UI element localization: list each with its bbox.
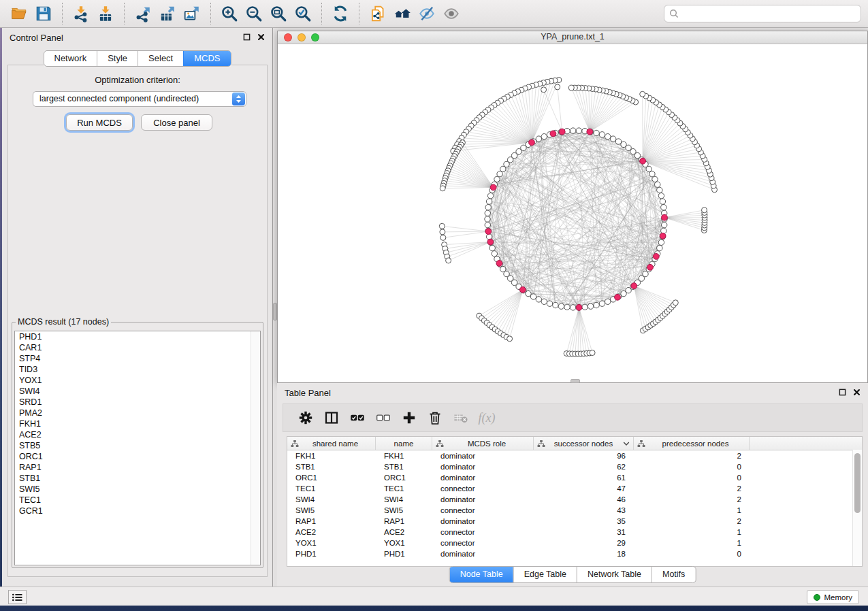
network-node[interactable] [599, 132, 605, 137]
network-node[interactable] [526, 291, 531, 296]
tab-network-table[interactable]: Network Table [577, 567, 652, 582]
close-light[interactable] [284, 33, 292, 42]
network-node[interactable] [576, 128, 581, 133]
save-icon[interactable] [31, 3, 56, 24]
float-icon[interactable] [242, 33, 251, 42]
network-node[interactable] [485, 216, 490, 222]
close-icon[interactable] [257, 33, 266, 42]
mcds-result-item[interactable]: SRD1 [15, 397, 260, 408]
network-node[interactable] [588, 303, 593, 309]
network-node[interactable] [660, 199, 665, 204]
mcds-node[interactable] [631, 283, 637, 289]
network-leaf-node[interactable] [439, 223, 445, 229]
show-all-icon[interactable] [439, 3, 464, 24]
network-node[interactable] [536, 297, 541, 302]
delete-icon[interactable] [422, 407, 448, 429]
mcds-result-item[interactable]: TEC1 [15, 495, 260, 506]
table-row[interactable]: FKH1FKH1dominator962 [287, 450, 862, 461]
mcds-result-item[interactable]: STP4 [15, 353, 260, 364]
network-leaf-node[interactable] [640, 91, 645, 97]
select-all-icon[interactable] [344, 407, 370, 429]
network-node[interactable] [489, 245, 495, 250]
table-row[interactable]: RAP1RAP1dominator352 [287, 516, 862, 527]
zoom-out-icon[interactable] [242, 3, 266, 24]
network-leaf-node[interactable] [673, 300, 678, 306]
network-node[interactable] [564, 304, 570, 310]
network-canvas[interactable] [278, 44, 868, 383]
network-node[interactable] [541, 299, 547, 304]
mcds-node[interactable] [662, 214, 668, 220]
deselect-all-icon[interactable] [370, 407, 396, 429]
network-node[interactable] [485, 205, 491, 210]
mcds-result-item[interactable]: ACE2 [15, 429, 260, 440]
tab-network[interactable]: Network [44, 51, 97, 66]
export-image-icon[interactable] [180, 3, 204, 24]
network-leaf-node[interactable] [568, 85, 574, 90]
network-node[interactable] [658, 193, 664, 199]
zoom-in-icon[interactable] [217, 3, 242, 24]
mcds-result-item[interactable]: TID3 [15, 364, 260, 375]
network-node[interactable] [570, 305, 576, 310]
network-node[interactable] [652, 176, 658, 182]
network-node[interactable] [599, 301, 605, 306]
tab-node-table[interactable]: Node Table [450, 567, 513, 582]
network-node[interactable] [485, 222, 490, 228]
network-node[interactable] [570, 128, 576, 133]
network-window-titlebar[interactable]: YPA_prune.txt_1 [278, 31, 867, 44]
gear-icon[interactable] [293, 407, 319, 429]
mcds-node[interactable] [490, 184, 496, 191]
network-node[interactable] [487, 193, 493, 199]
network-node[interactable] [594, 302, 599, 308]
tab-edge-table[interactable]: Edge Table [513, 567, 577, 582]
column-header-mcds-role[interactable]: MCDS role [432, 437, 534, 450]
mcds-node[interactable] [496, 261, 502, 267]
table-scrollbar[interactable] [852, 450, 862, 566]
table-row[interactable]: SWI5SWI5connector431 [287, 505, 862, 516]
export-network-icon[interactable] [131, 3, 155, 24]
optimization-criterion-select[interactable]: largest connected component (undirected) [33, 91, 246, 107]
mcds-node[interactable] [485, 229, 492, 235]
network-leaf-node[interactable] [541, 87, 547, 93]
mcds-result-item[interactable]: YOX1 [15, 375, 260, 386]
table-scrollbar-thumb[interactable] [854, 453, 861, 513]
network-node[interactable] [530, 294, 536, 299]
import-table-icon[interactable] [93, 3, 118, 24]
network-node[interactable] [658, 240, 664, 245]
network-leaf-node[interactable] [440, 229, 445, 235]
refresh-icon[interactable] [328, 3, 353, 24]
mcds-node[interactable] [519, 286, 526, 293]
network-leaf-node[interactable] [590, 350, 595, 356]
mcds-node[interactable] [559, 129, 565, 135]
network-node[interactable] [611, 136, 616, 142]
tab-motifs[interactable]: Motifs [652, 567, 695, 582]
table-row[interactable]: ACE2ACE2connector311 [287, 527, 862, 538]
mcds-result-item[interactable]: PHD1 [15, 331, 260, 342]
export-table-icon[interactable] [155, 3, 180, 24]
column-header-predecessor-nodes[interactable]: predecessor nodes [634, 437, 750, 450]
network-node[interactable] [661, 205, 666, 210]
network-node[interactable] [621, 142, 626, 147]
zoom-light[interactable] [311, 33, 319, 42]
minimize-light[interactable] [298, 33, 306, 42]
mcds-result-item[interactable]: SWI5 [15, 484, 260, 495]
hide-selected-icon[interactable] [415, 3, 439, 24]
column-header-successor-nodes[interactable]: successor nodes [534, 437, 634, 450]
network-node[interactable] [605, 134, 611, 139]
network-node[interactable] [492, 251, 497, 257]
memory-button[interactable]: Memory [807, 590, 859, 604]
import-network-icon[interactable] [69, 3, 93, 24]
network-node[interactable] [547, 301, 552, 306]
network-leaf-node[interactable] [440, 235, 446, 240]
close-panel-button[interactable]: Close panel [141, 114, 212, 131]
float-icon[interactable] [838, 388, 847, 397]
columns-icon[interactable] [319, 407, 344, 429]
network-node[interactable] [582, 304, 588, 310]
mcds-result-item[interactable]: FKH1 [15, 418, 260, 429]
network-node[interactable] [649, 171, 655, 177]
network-leaf-node[interactable] [507, 336, 513, 342]
mcds-node[interactable] [576, 305, 582, 311]
mcds-node[interactable] [487, 239, 494, 245]
network-leaf-node[interactable] [555, 84, 560, 90]
network-node[interactable] [485, 210, 490, 216]
network-node[interactable] [558, 303, 564, 309]
